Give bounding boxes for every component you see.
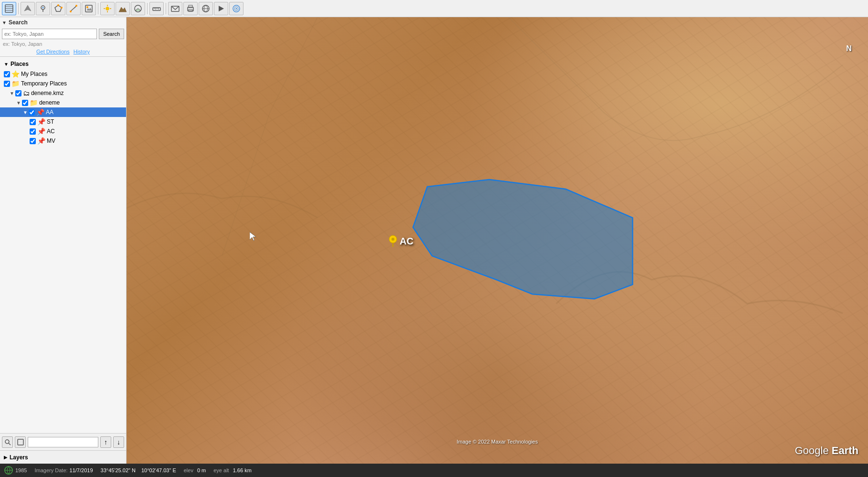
- tree-item-ac[interactable]: 📌 AC: [0, 127, 126, 136]
- mv-checkbox[interactable]: [30, 138, 36, 144]
- tree-item-deneme[interactable]: ▼ 📁 deneme: [0, 98, 126, 107]
- history-link[interactable]: History: [74, 49, 90, 54]
- imagery-date-value: 11/7/2019: [70, 467, 93, 473]
- toolbar-sun[interactable]: [100, 2, 115, 15]
- mv-icon: 📌: [37, 137, 45, 145]
- toolbar-sep-2: [98, 3, 98, 14]
- search-row: Search: [2, 29, 124, 39]
- tree-item-temp-places[interactable]: 📁 Temporary Places: [0, 79, 126, 88]
- search-button[interactable]: Search: [99, 29, 124, 39]
- imagery-date-label: Imagery Date:: [34, 467, 67, 473]
- layers-arrow: ▶: [4, 455, 8, 460]
- tree-item-mv[interactable]: 📌 MV: [0, 136, 126, 146]
- toolbar-email[interactable]: [168, 2, 182, 15]
- eye-alt-label: eye alt: [213, 467, 229, 473]
- svg-point-7: [42, 7, 44, 8]
- tree-item-my-places[interactable]: ⭐ My Places: [0, 69, 126, 79]
- toolbar-sep-1: [18, 3, 19, 14]
- places-header[interactable]: ▼ Places: [0, 59, 126, 69]
- search-input[interactable]: [2, 29, 97, 39]
- svg-marker-41: [413, 180, 633, 299]
- toolbar-print[interactable]: [183, 2, 198, 15]
- eye-alt-value: 1.66 km: [233, 467, 252, 473]
- temp-places-label: Temporary Places: [21, 80, 67, 87]
- get-directions-link[interactable]: Get Directions: [36, 49, 70, 54]
- deneme-icon: 📁: [30, 99, 38, 106]
- search-title: Search: [9, 19, 28, 26]
- status-year: 1985: [15, 467, 27, 473]
- search-header[interactable]: ▼ Search: [2, 19, 124, 26]
- places-panel: ▼ Places ⭐ My Places 📁 Temporary Places …: [0, 57, 126, 433]
- svg-point-15: [86, 6, 88, 8]
- svg-point-37: [236, 8, 237, 9]
- toolbar-terrain[interactable]: [116, 2, 130, 15]
- ac-icon: 📌: [37, 127, 45, 135]
- ac-polygon-svg: [127, 17, 868, 464]
- tree-item-deneme-kmz[interactable]: ▼ 🗂 deneme.kmz: [0, 88, 126, 98]
- aa-arrow: ▼: [23, 110, 28, 115]
- status-elevation: elev 0 m: [184, 467, 206, 473]
- my-places-label: My Places: [21, 71, 47, 77]
- main-toolbar: [0, 0, 868, 17]
- map-copyright: Image © 2022 Maxar Technologies: [457, 439, 538, 445]
- sidebar-bottom-bar: ↑ ↓: [0, 433, 126, 450]
- layers-panel[interactable]: ▶ Layers: [0, 450, 126, 464]
- deneme-kmz-icon: 🗂: [23, 89, 30, 97]
- sidebar-search-field[interactable]: [28, 437, 98, 447]
- ac-checkbox[interactable]: [30, 128, 36, 135]
- ac-pin-icon: [388, 234, 398, 248]
- ac-text-label: AC: [400, 236, 413, 247]
- svg-point-43: [392, 238, 394, 241]
- temp-places-checkbox[interactable]: [4, 81, 10, 87]
- toolbar-add-placemark[interactable]: [36, 2, 50, 15]
- main-area: ▼ Search Search ex: Tokyo, Japan Get Dir…: [0, 17, 868, 464]
- search-hint: ex: Tokyo, Japan: [2, 41, 124, 47]
- lon-value: 10°02'47.03" E: [141, 467, 176, 473]
- map-view[interactable]: AC N Image © 2022 Maxar Technologies Goo…: [127, 17, 868, 464]
- svg-rect-23: [153, 8, 160, 11]
- toolbar-sep-3: [147, 3, 148, 14]
- sidebar-layers-btn[interactable]: [15, 436, 26, 448]
- tree-item-st[interactable]: 📌 ST: [0, 117, 126, 127]
- toolbar-sky[interactable]: [131, 2, 145, 15]
- toolbar-movie[interactable]: [214, 2, 228, 15]
- deneme-checkbox[interactable]: [22, 100, 28, 106]
- toolbar-add-polygon[interactable]: [51, 2, 65, 15]
- search-arrow: ▼: [2, 20, 7, 25]
- svg-marker-34: [219, 6, 224, 11]
- status-globe-icon: [4, 466, 13, 475]
- st-checkbox[interactable]: [30, 119, 36, 125]
- mv-label: MV: [47, 138, 55, 144]
- toolbar-add-path[interactable]: [66, 2, 81, 15]
- ac-label: AC: [47, 128, 55, 135]
- sidebar-up-btn[interactable]: ↑: [100, 436, 111, 448]
- toolbar-fly-to[interactable]: [21, 2, 35, 15]
- status-coords: 33°45'25.02" N 10°02'47.03" E: [101, 467, 176, 473]
- places-title: Places: [11, 61, 29, 67]
- svg-rect-13: [85, 5, 92, 12]
- sidebar-down-btn[interactable]: ↓: [113, 436, 124, 448]
- temp-places-icon: 📁: [11, 80, 20, 87]
- aa-checkbox[interactable]: [29, 109, 35, 116]
- toolbar-globe-view[interactable]: [2, 2, 16, 15]
- tree-item-aa[interactable]: ▼ 📌 AA: [0, 107, 126, 117]
- sidebar-search-btn[interactable]: [2, 436, 13, 448]
- google-earth-brand: Google Earth: [795, 445, 858, 457]
- svg-marker-21: [119, 7, 127, 12]
- my-places-checkbox[interactable]: [4, 71, 10, 77]
- svg-rect-40: [18, 439, 23, 445]
- toolbar-kml[interactable]: [199, 2, 213, 15]
- ac-map-label: AC: [388, 234, 413, 248]
- svg-point-9: [57, 4, 59, 6]
- svg-point-12: [75, 5, 77, 7]
- earth-text: Earth: [832, 445, 858, 456]
- st-icon: 📌: [37, 118, 45, 126]
- deneme-kmz-arrow: ▼: [10, 91, 14, 96]
- toolbar-ruler[interactable]: [149, 2, 164, 15]
- deneme-kmz-checkbox[interactable]: [15, 90, 21, 96]
- svg-marker-4: [24, 5, 31, 11]
- toolbar-layers-toggle[interactable]: [229, 2, 243, 15]
- status-imagery-date: Imagery Date: 11/7/2019: [34, 467, 93, 473]
- toolbar-add-overlay[interactable]: [82, 2, 96, 15]
- aa-label: AA: [46, 109, 53, 116]
